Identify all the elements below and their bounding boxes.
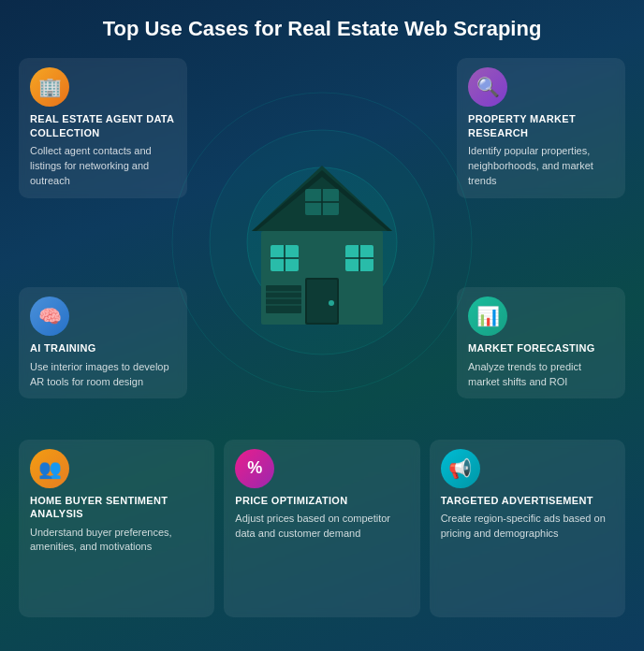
card-targeted-ad-desc: Create region-specific ads based on pric… [441, 512, 614, 542]
card-property-research: 🔍 PROPERTY MARKET RESEARCH Identify popu… [457, 58, 625, 197]
card-price-opt-desc: Adjust prices based on competitor data a… [235, 512, 408, 542]
card-ai-training: 🧠 AI TRAINING Use interior images to dev… [19, 287, 187, 398]
card-targeted-ad: 📢 TARGETED ADVERTISEMENT Create region-s… [430, 440, 625, 617]
icon-agent-data: 🏢 [30, 67, 69, 107]
card-agent-data-desc: Collect agent contacts and listings for … [30, 144, 176, 189]
card-market-forecasting-desc: Analyze trends to predict market shifts … [468, 360, 614, 390]
icon-home-buyer: 👥 [30, 449, 69, 488]
card-price-opt-title: PRICE OPTIMIZATION [235, 494, 408, 507]
card-targeted-ad-title: TARGETED ADVERTISEMENT [441, 494, 614, 507]
card-agent-data: 🏢 REAL ESTATE AGENT DATA COLLECTION Coll… [19, 58, 187, 197]
card-market-forecasting-title: MARKET FORECASTING [468, 341, 614, 354]
bottom-row: 👥 HOME BUYER SENTIMENT ANALYSIS Understa… [19, 440, 625, 617]
card-home-buyer: 👥 HOME BUYER SENTIMENT ANALYSIS Understa… [19, 440, 214, 617]
card-property-research-desc: Identify popular properties, neighborhoo… [468, 144, 614, 189]
card-market-forecasting: 📊 MARKET FORECASTING Analyze trends to p… [457, 287, 625, 398]
card-agent-data-title: REAL ESTATE AGENT DATA COLLECTION [30, 112, 176, 139]
icon-ai-training: 🧠 [30, 297, 69, 336]
icon-targeted-ad: 📢 [441, 449, 480, 488]
card-ai-training-desc: Use interior images to develop AR tools … [30, 360, 176, 390]
card-property-research-title: PROPERTY MARKET RESEARCH [468, 112, 614, 139]
svg-point-14 [329, 300, 334, 306]
card-home-buyer-title: HOME BUYER SENTIMENT ANALYSIS [30, 494, 203, 521]
house-illustration [238, 147, 406, 338]
content-grid: 🏢 REAL ESTATE AGENT DATA COLLECTION Coll… [19, 58, 625, 617]
center-house-area [197, 58, 447, 426]
card-ai-training-title: AI TRAINING [30, 341, 176, 354]
page-title: Top Use Cases for Real Estate Web Scrapi… [19, 17, 625, 41]
card-price-opt: % PRICE OPTIMIZATION Adjust prices based… [224, 440, 419, 617]
card-home-buyer-desc: Understand buyer preferences, amenities,… [30, 526, 203, 556]
icon-price-opt: % [235, 449, 274, 488]
svg-rect-15 [266, 285, 301, 313]
main-container: Top Use Cases for Real Estate Web Scrapi… [0, 0, 644, 651]
